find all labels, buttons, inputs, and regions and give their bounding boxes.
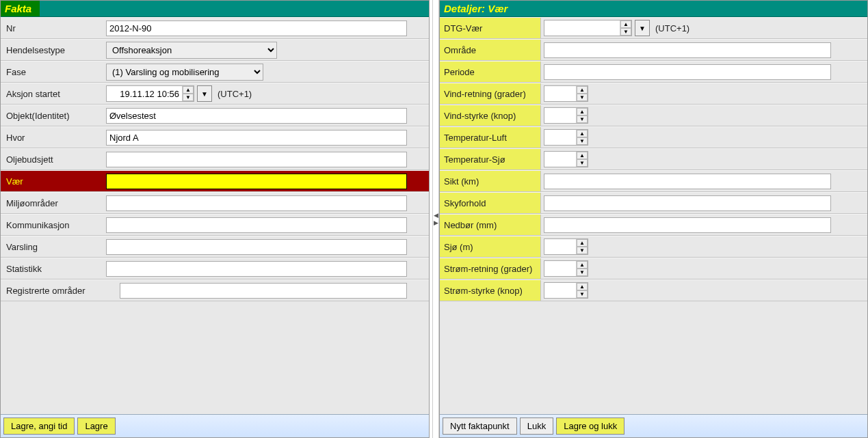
- input-temp-luft[interactable]: [544, 130, 576, 145]
- input-strom-retning[interactable]: [544, 261, 576, 276]
- row-strom-styrke: Strøm-styrke (knop) ▲▼: [440, 279, 867, 301]
- spin-dtg[interactable]: ▲▼: [620, 20, 631, 36]
- spin-down-icon[interactable]: ▼: [183, 94, 194, 101]
- lagre-button[interactable]: Lagre: [77, 418, 115, 435]
- spin-up-icon[interactable]: ▲: [577, 152, 588, 159]
- spin-up-icon[interactable]: ▲: [577, 130, 588, 137]
- row-temp-luft: Temperatur-Luft ▲▼: [440, 126, 867, 148]
- lagre-og-lukk-button[interactable]: Lagre og lukk: [556, 418, 624, 435]
- spin-down-icon[interactable]: ▼: [577, 137, 588, 145]
- row-periode: Periode: [440, 61, 867, 83]
- input-sikt[interactable]: [544, 174, 831, 189]
- input-komm[interactable]: [106, 217, 407, 233]
- label-sjo: Sjø (m): [440, 236, 541, 257]
- calendar-dropdown-icon[interactable]: ▼: [635, 20, 650, 36]
- spinner-strom-styrke[interactable]: ▲▼: [544, 282, 588, 299]
- spin-down-icon[interactable]: ▼: [577, 159, 588, 167]
- spin-up-icon[interactable]: ▲: [620, 20, 631, 28]
- fakta-title: Fakta: [1, 1, 40, 16]
- input-vaer[interactable]: [106, 174, 407, 189]
- row-temp-sjo: Temperatur-Sjø ▲▼: [440, 148, 867, 170]
- row-miljo: Miljøområder: [1, 192, 429, 214]
- suffix-utc-left: (UTC+1): [215, 89, 252, 99]
- input-aksjon-startet[interactable]: [107, 86, 182, 101]
- spin-down-icon[interactable]: ▼: [577, 247, 588, 254]
- label-skyforhold: Skyforhold: [440, 193, 541, 213]
- row-nedbor: Nedbør (mm): [440, 214, 867, 236]
- input-omrade[interactable]: [544, 42, 831, 58]
- spin-up-icon[interactable]: ▲: [183, 86, 194, 94]
- label-vaer: Vær: [3, 176, 106, 187]
- calendar-dropdown-icon[interactable]: ▼: [197, 85, 212, 102]
- select-fase[interactable]: (1) Varsling og mobilisering: [106, 64, 263, 81]
- spin-up-icon[interactable]: ▲: [577, 86, 588, 94]
- spinner-vind-retning[interactable]: ▲▼: [544, 85, 588, 102]
- label-aksjon-startet: Aksjon startet: [3, 89, 106, 99]
- row-omrade: Område: [440, 39, 867, 61]
- lagre-angi-tid-button[interactable]: Lagre, angi tid: [3, 418, 75, 435]
- spin-up-icon[interactable]: ▲: [577, 283, 588, 290]
- row-hvor: Hvor: [1, 126, 429, 148]
- label-miljo: Miljøområder: [3, 198, 106, 208]
- row-strom-retning: Strøm-retning (grader) ▲▼: [440, 258, 867, 279]
- input-oljebudsjett[interactable]: [106, 152, 407, 167]
- input-skyforhold[interactable]: [544, 195, 831, 211]
- row-vaer[interactable]: Vær: [1, 170, 429, 192]
- input-dtg[interactable]: [544, 20, 620, 36]
- datetime-dtg[interactable]: ▲▼: [544, 20, 632, 36]
- spinner-temp-luft[interactable]: ▲▼: [544, 129, 588, 146]
- spinner-vind-styrke[interactable]: ▲▼: [544, 107, 588, 124]
- detaljer-footer: Nytt faktapunkt Lukk Lagre og lukk: [440, 414, 867, 437]
- spin-aksjon[interactable]: ▲▼: [182, 86, 194, 101]
- row-sikt: Sikt (km): [440, 170, 867, 192]
- input-nr[interactable]: [106, 20, 407, 36]
- input-temp-sjo[interactable]: [544, 152, 576, 167]
- row-sjo: Sjø (m) ▲▼: [440, 236, 867, 258]
- input-periode[interactable]: [544, 64, 831, 80]
- input-vind-styrke[interactable]: [544, 108, 576, 123]
- spin-down-icon[interactable]: ▼: [577, 94, 588, 101]
- spinner-sjo[interactable]: ▲▼: [544, 238, 588, 255]
- input-nedbor[interactable]: [544, 217, 831, 233]
- input-hvor[interactable]: [106, 130, 407, 146]
- spin-up-icon[interactable]: ▲: [577, 261, 588, 269]
- label-varsling: Varsling: [3, 242, 106, 252]
- row-hendelsestype: Hendelsestype Offshoreaksjon: [1, 39, 429, 61]
- label-omrade: Område: [440, 40, 541, 60]
- spin-up-icon[interactable]: ▲: [577, 108, 588, 115]
- spin-down-icon[interactable]: ▼: [577, 115, 588, 123]
- input-vind-retning[interactable]: [544, 86, 576, 101]
- row-varsling: Varsling: [1, 236, 429, 258]
- label-statistikk: Statistikk: [3, 264, 106, 274]
- detaljer-header: Detaljer: Vær: [440, 1, 867, 17]
- fakta-header: Fakta: [1, 1, 429, 17]
- input-miljo[interactable]: [106, 195, 407, 211]
- spin-down-icon[interactable]: ▼: [577, 290, 588, 298]
- label-temp-sjo: Temperatur-Sjø: [440, 149, 541, 169]
- label-nr: Nr: [3, 23, 106, 33]
- label-strom-retning: Strøm-retning (grader): [440, 258, 541, 279]
- row-oljebudsjett: Oljebudsjett: [1, 148, 429, 170]
- nytt-faktapunkt-button[interactable]: Nytt faktapunkt: [443, 418, 517, 435]
- input-statistikk[interactable]: [106, 261, 407, 277]
- spin-down-icon[interactable]: ▼: [620, 28, 631, 36]
- spinner-strom-retning[interactable]: ▲▼: [544, 260, 588, 277]
- input-sjo[interactable]: [544, 239, 576, 254]
- splitter[interactable]: ◀ ▶: [432, 0, 439, 438]
- spinner-temp-sjo[interactable]: ▲▼: [544, 151, 588, 167]
- label-fase: Fase: [3, 67, 106, 77]
- input-objekt[interactable]: [106, 108, 407, 124]
- detaljer-panel: Detaljer: Vær DTG-Vær ▲▼ ▼ (UTC+1) Områd…: [439, 0, 868, 438]
- row-fase: Fase (1) Varsling og mobilisering: [1, 61, 429, 83]
- input-varsling[interactable]: [106, 239, 407, 255]
- chevron-left-icon: ◀: [434, 213, 438, 219]
- input-strom-styrke[interactable]: [544, 283, 576, 298]
- lukk-button[interactable]: Lukk: [520, 418, 553, 435]
- spin-down-icon[interactable]: ▼: [577, 269, 588, 276]
- input-reg[interactable]: [120, 283, 407, 299]
- spin-up-icon[interactable]: ▲: [577, 239, 588, 247]
- fakta-footer: Lagre, angi tid Lagre: [1, 414, 429, 437]
- select-hendelsestype[interactable]: Offshoreaksjon: [106, 42, 277, 59]
- detaljer-title: Detaljer: Vær: [440, 1, 516, 16]
- datetime-aksjon[interactable]: ▲▼: [106, 85, 194, 102]
